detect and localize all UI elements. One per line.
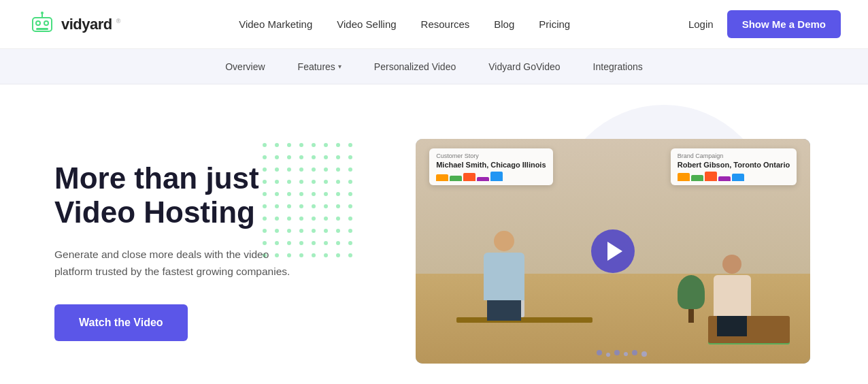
scatter-dot-3 — [614, 350, 620, 355]
hero-section: {"rows":10,"cols":8,"gap":18} More than … — [0, 84, 868, 384]
subnav-features[interactable]: Features ▾ — [298, 61, 341, 72]
svg-point-11 — [287, 143, 291, 147]
svg-point-21 — [312, 155, 316, 159]
office-plant — [681, 275, 701, 323]
hero-video-area: Customer Story Michael Smith, Chicago Il… — [416, 139, 827, 364]
hero-subtitle: Generate and close more deals with the v… — [54, 246, 299, 281]
svg-point-15 — [336, 143, 340, 147]
person2-body — [714, 275, 751, 316]
svg-point-13 — [312, 143, 316, 147]
svg-point-10 — [275, 143, 279, 147]
features-chevron-icon: ▾ — [338, 63, 341, 70]
person1-legs — [487, 300, 521, 321]
svg-point-23 — [336, 155, 340, 159]
person1 — [477, 231, 531, 319]
subnav-integrations[interactable]: Integrations — [593, 61, 643, 72]
nav-pricing[interactable]: Pricing — [539, 18, 570, 30]
subnav-overview[interactable]: Overview — [225, 61, 265, 72]
svg-point-18 — [275, 155, 279, 159]
sub-navigation: Overview Features ▾ Personalized Video V… — [0, 49, 868, 84]
vidyard-logo-icon — [27, 10, 57, 39]
plant-leaves — [678, 275, 705, 309]
nav-resources[interactable]: Resources — [421, 18, 470, 30]
main-nav-links: Video Marketing Video Selling Resources … — [239, 18, 570, 30]
svg-point-5 — [45, 22, 48, 25]
card-left-bars — [436, 172, 546, 181]
svg-point-24 — [348, 155, 352, 159]
logo[interactable]: vidyard ® — [27, 10, 120, 39]
person2 — [708, 255, 756, 336]
person1-body — [484, 253, 524, 300]
card-right-bars — [678, 172, 790, 181]
top-navigation: vidyard ® Video Marketing Video Selling … — [0, 0, 868, 49]
svg-point-22 — [324, 155, 328, 159]
scatter-dot-6 — [641, 351, 647, 357]
person1-head — [494, 231, 514, 251]
login-button[interactable]: Login — [688, 18, 714, 30]
svg-point-19 — [287, 155, 291, 159]
svg-rect-8 — [36, 28, 48, 30]
scatter-dot-5 — [632, 350, 637, 355]
scatter-dots-decoration — [597, 350, 647, 357]
video-overlay-card-left: Customer Story Michael Smith, Chicago Il… — [429, 148, 552, 185]
nav-video-marketing[interactable]: Video Marketing — [239, 18, 312, 30]
svg-point-17 — [263, 155, 267, 159]
watch-video-button[interactable]: Watch the Video — [54, 304, 188, 341]
svg-point-4 — [37, 22, 39, 25]
scatter-dot-4 — [624, 352, 628, 356]
nav-actions: Login Show Me a Demo — [688, 10, 841, 38]
svg-point-12 — [299, 143, 303, 147]
play-button[interactable] — [591, 229, 635, 273]
svg-point-9 — [263, 143, 267, 147]
video-player[interactable]: Customer Story Michael Smith, Chicago Il… — [416, 139, 810, 364]
nav-video-selling[interactable]: Video Selling — [337, 18, 396, 30]
demo-button[interactable]: Show Me a Demo — [727, 10, 841, 38]
logo-text: vidyard — [61, 16, 112, 33]
person2-head — [722, 255, 741, 274]
video-overlay-card-right: Brand Campaign Robert Gibson, Toronto On… — [671, 148, 797, 185]
svg-point-7 — [41, 12, 44, 14]
plant-stem — [688, 309, 694, 323]
hero-content: More than just Video Hosting Generate an… — [54, 161, 402, 342]
subnav-govideo[interactable]: Vidyard GoVideo — [488, 61, 560, 72]
person2-legs — [717, 316, 747, 336]
hero-title: More than just Video Hosting — [54, 161, 402, 230]
scatter-dot-2 — [606, 353, 610, 357]
subnav-personalized-video[interactable]: Personalized Video — [374, 61, 456, 72]
svg-point-20 — [299, 155, 303, 159]
svg-point-16 — [348, 143, 352, 147]
svg-point-14 — [324, 143, 328, 147]
scatter-dot-1 — [597, 350, 602, 355]
nav-blog[interactable]: Blog — [494, 18, 514, 30]
